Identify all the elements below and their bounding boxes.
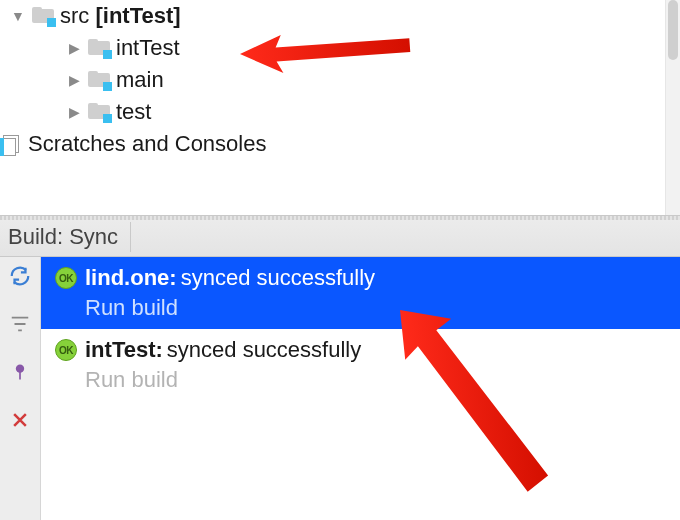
folder-icon — [88, 39, 110, 57]
build-result-item[interactable]: OK intTest: synced successfully Run buil… — [41, 329, 680, 401]
tree-label-suffix: [intTest] — [95, 3, 180, 28]
tree-label: intTest — [116, 35, 180, 61]
build-item-subtext: Run build — [55, 293, 680, 323]
build-results-list[interactable]: OK lind.one: synced successfully Run bui… — [41, 257, 680, 520]
build-item-message: synced successfully — [167, 337, 361, 363]
chevron-right-icon[interactable]: ▶ — [66, 104, 82, 120]
chevron-right-icon[interactable]: ▶ — [66, 72, 82, 88]
close-icon[interactable] — [7, 407, 33, 433]
build-item-message: synced successfully — [181, 265, 375, 291]
build-header-title: Build: — [8, 224, 63, 249]
header-separator — [130, 222, 131, 252]
build-toolbar — [0, 257, 41, 520]
folder-icon — [32, 7, 54, 25]
tree-node-main[interactable]: ▶ main — [0, 64, 680, 96]
tree-label: main — [116, 67, 164, 93]
tree-node-scratches[interactable]: Scratches and Consoles — [0, 128, 680, 160]
refresh-icon[interactable] — [7, 263, 33, 289]
tree-node-src[interactable]: ▼ src [intTest] — [0, 0, 680, 32]
folder-icon — [88, 71, 110, 89]
build-header-subtitle: Sync — [69, 224, 118, 249]
svg-rect-1 — [19, 372, 21, 380]
build-item-subtext: Run build — [55, 365, 680, 395]
pin-icon[interactable] — [7, 359, 33, 385]
folder-icon — [88, 103, 110, 121]
chevron-down-icon[interactable]: ▼ — [10, 8, 26, 24]
tree-node-inttest[interactable]: ▶ intTest — [0, 32, 680, 64]
build-panel-header[interactable]: Build: Sync — [0, 215, 680, 257]
filter-icon[interactable] — [7, 311, 33, 337]
tree-label: src — [60, 3, 89, 28]
scratches-icon — [0, 135, 22, 153]
resize-grip[interactable] — [0, 216, 680, 220]
ok-badge-icon: OK — [55, 267, 77, 289]
build-item-name: intTest: — [85, 337, 163, 363]
tree-node-test[interactable]: ▶ test — [0, 96, 680, 128]
vertical-scrollbar[interactable] — [665, 0, 680, 215]
build-result-item[interactable]: OK lind.one: synced successfully Run bui… — [41, 257, 680, 329]
build-item-name: lind.one: — [85, 265, 177, 291]
chevron-right-icon[interactable]: ▶ — [66, 40, 82, 56]
svg-point-0 — [16, 365, 24, 373]
build-pane: OK lind.one: synced successfully Run bui… — [0, 257, 680, 520]
tree-label: Scratches and Consoles — [28, 131, 266, 157]
ok-badge-icon: OK — [55, 339, 77, 361]
tree-label: test — [116, 99, 151, 125]
scrollbar-thumb[interactable] — [668, 0, 678, 60]
project-tree[interactable]: ▼ src [intTest] ▶ intTest ▶ main — [0, 0, 680, 215]
